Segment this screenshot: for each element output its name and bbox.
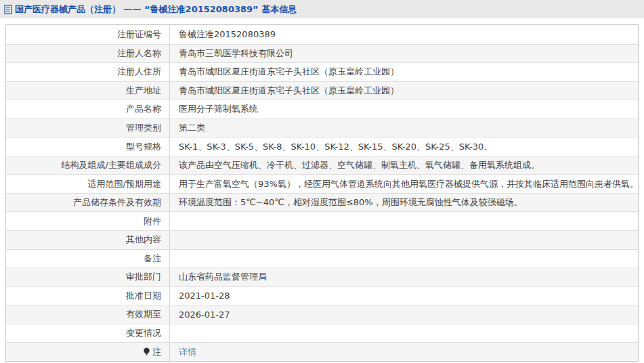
table-row: 型号规格 SK-1、SK-3、SK-5、SK-8、SK-10、SK-12、SK-…: [6, 137, 638, 156]
row-label-text: 产品名称: [126, 103, 161, 115]
row-label-text: 注: [152, 346, 161, 358]
row-label-text: 备注: [144, 253, 161, 265]
row-label: 批准日期: [6, 287, 170, 305]
row-value: 青岛市城阳区夏庄街道东宅子头社区（原玉皇岭工业园）: [170, 63, 638, 81]
table-row: 产品名称 医用分子筛制氧系统: [6, 100, 638, 119]
row-label: 注册证编号: [6, 25, 170, 44]
table-row: 其他内容: [6, 230, 638, 249]
row-value: [170, 324, 638, 343]
table-row: 附件: [6, 211, 638, 230]
row-value: [170, 231, 638, 249]
table-row: 注册人名称 青岛市三凯医学科技有限公司: [6, 44, 638, 63]
detail-link[interactable]: 详情: [179, 346, 196, 358]
table-row: 变更情况: [6, 324, 638, 343]
row-value: 2026-01-27: [170, 305, 638, 324]
row-label: 注: [6, 343, 170, 361]
row-value: 青岛市三凯医学科技有限公司: [170, 45, 638, 63]
row-value: [170, 212, 638, 230]
row-label-text: 结构及组成/主要组成成分: [62, 159, 161, 171]
table-row: 结构及组成/主要组成成分 该产品由空气压缩机、冷干机、过滤器、空气储罐、制氧主机…: [6, 156, 638, 175]
row-label: 有效期至: [6, 305, 170, 324]
row-label-text: 管理类别: [126, 122, 161, 134]
row-label: 其他内容: [6, 231, 170, 249]
row-value: [170, 250, 638, 268]
row-label-text: 注册人名称: [117, 47, 161, 60]
page-title: 国产医疗器械产品（注册） —— “鲁械注准20152080389” 基本信息: [4, 3, 297, 16]
table-row: 备注: [6, 249, 638, 268]
table-row: 注 详情: [6, 342, 638, 361]
row-value: SK-1、SK-3、SK-5、SK-8、SK-10、SK-12、SK-15、SK…: [170, 137, 638, 156]
table-row: 管理类别 第二类: [6, 119, 638, 137]
table-row: 生产地址 青岛市城阳区夏庄街道东宅子头社区（原玉皇岭工业园）: [6, 81, 638, 100]
row-label: 结构及组成/主要组成成分: [6, 156, 170, 175]
row-value: 医用分子筛制氧系统: [170, 100, 638, 119]
row-label-text: 型号规格: [126, 141, 161, 153]
table-row: 注册人住所 青岛市城阳区夏庄街道东宅子头社区（原玉皇岭工业园）: [6, 62, 638, 81]
row-label-text: 生产地址: [126, 85, 161, 97]
row-label-text: 注册人住所: [117, 66, 161, 78]
row-label-text: 变更情况: [126, 327, 161, 339]
row-value: 青岛市城阳区夏庄街道东宅子头社区（原玉皇岭工业园）: [170, 82, 638, 100]
row-label: 生产地址: [6, 82, 170, 100]
row-label: 管理类别: [6, 119, 170, 137]
table-row: 产品储存条件及有效期 环境温度范围：5℃~40℃，相对湿度范围≤80%，周围环境…: [6, 193, 638, 212]
row-label: 产品名称: [6, 100, 170, 119]
row-label-text: 审批部门: [126, 271, 161, 283]
row-label: 产品储存条件及有效期: [6, 194, 170, 212]
row-value: 2021-01-28: [170, 287, 638, 305]
row-value: 详情: [170, 343, 638, 361]
table-row: 审批部门 山东省药品监督管理局: [6, 268, 638, 286]
row-label: 备注: [6, 250, 170, 268]
row-value: 鲁械注准20152080389: [170, 25, 638, 44]
table-row: 注册证编号 鲁械注准20152080389: [6, 25, 638, 44]
row-label-text: 其他内容: [126, 234, 161, 246]
note-bulb-icon: [143, 347, 150, 356]
table-row: 批准日期 2021-01-28: [6, 286, 638, 305]
row-label-text: 产品储存条件及有效期: [73, 196, 161, 209]
row-value: 该产品由空气压缩机、冷干机、过滤器、空气储罐、制氧主机、氧气储罐、备用氧系统组成…: [170, 156, 638, 175]
row-label: 型号规格: [6, 137, 170, 156]
row-label-text: 适用范围/预期用途: [88, 178, 161, 190]
row-label-text: 批准日期: [126, 290, 161, 302]
row-value: 山东省药品监督管理局: [170, 268, 638, 286]
row-label-text: 注册证编号: [117, 28, 161, 41]
page-title-text: 国产医疗器械产品（注册） —— “鲁械注准20152080389” 基本信息: [15, 3, 297, 16]
table-row: 适用范围/预期用途 用于生产富氧空气（93%氧），经医用气体管道系统向其他用氧医…: [6, 174, 638, 193]
row-label: 注册人名称: [6, 45, 170, 63]
document-icon: [4, 5, 12, 14]
row-label: 审批部门: [6, 268, 170, 286]
row-label: 注册人住所: [6, 63, 170, 81]
row-value: 第二类: [170, 119, 638, 137]
row-value: 用于生产富氧空气（93%氧），经医用气体管道系统向其他用氧医疗器械提供气源，并按…: [170, 175, 638, 193]
row-label-text: 有效期至: [126, 308, 161, 320]
row-label: 变更情况: [6, 324, 170, 343]
table-row: 有效期至 2026-01-27: [6, 305, 638, 324]
page-header: 国产医疗器械产品（注册） —— “鲁械注准20152080389” 基本信息: [0, 0, 644, 18]
row-label: 适用范围/预期用途: [6, 175, 170, 193]
row-value: 环境温度范围：5℃~40℃，相对湿度范围≤80%，周围环境无腐蚀性气体及较强磁场…: [170, 194, 638, 212]
registration-table: 注册证编号 鲁械注准20152080389 注册人名称 青岛市三凯医学科技有限公…: [5, 24, 639, 362]
row-label: 附件: [6, 212, 170, 230]
row-label-text: 附件: [144, 215, 161, 228]
